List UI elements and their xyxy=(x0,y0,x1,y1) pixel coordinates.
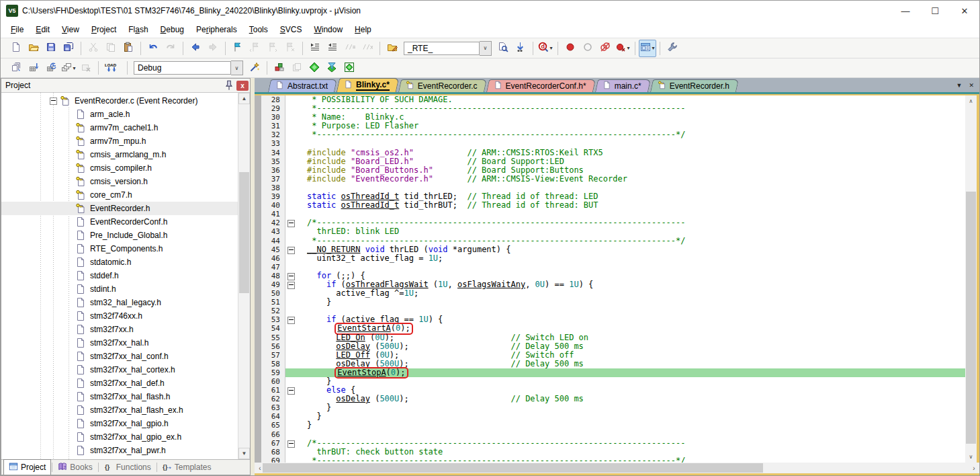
menu-project[interactable]: Project xyxy=(85,22,122,37)
paste-button[interactable] xyxy=(120,40,137,57)
tree-item[interactable]: cmsis_compiler.h xyxy=(1,161,238,175)
rte-combo-value[interactable]: _RTE_ xyxy=(404,42,480,55)
configure-flash-button[interactable] xyxy=(384,40,401,57)
code-text[interactable]: osDelay (500U); // Delay 500 ms xyxy=(296,395,965,403)
menu-view[interactable]: View xyxy=(56,22,85,37)
workspace-tab-templates[interactable]: {}Templates xyxy=(158,460,216,475)
scroll-down-icon[interactable]: ▼ xyxy=(238,448,250,459)
tree-root-item[interactable]: EventRecorder.c (Event Recorder) xyxy=(1,94,238,108)
tree-item[interactable]: stm32f7xx_hal_pwr_ex.h xyxy=(1,457,238,459)
tree-item[interactable]: stm32f7xx_hal.h xyxy=(1,336,238,350)
menu-peripherals[interactable]: Peripherals xyxy=(190,22,243,37)
save-all-button[interactable] xyxy=(60,40,77,57)
code-text[interactable]: static osThreadId_t tid_thrBUT; // Threa… xyxy=(296,201,965,210)
code-text[interactable]: active_flag ^=1U; xyxy=(296,289,965,298)
batch-build-dropdown-icon[interactable]: ▾ xyxy=(73,65,75,71)
indent-button[interactable] xyxy=(306,40,324,57)
tree-item[interactable]: armv7m_cachel1.h xyxy=(1,121,238,134)
rebuild-button[interactable] xyxy=(42,59,60,77)
batch-build-button[interactable]: ▾ xyxy=(60,59,77,77)
load-button[interactable]: LOAD xyxy=(102,59,124,77)
tree-item[interactable]: stm32f7xx.h xyxy=(1,323,238,336)
menu-debug[interactable]: Debug xyxy=(154,22,190,37)
outdent-button[interactable] xyxy=(324,40,341,57)
menu-help[interactable]: Help xyxy=(349,22,377,37)
code-text[interactable]: } xyxy=(296,412,965,421)
fold-collapse-icon[interactable] xyxy=(287,282,295,289)
tree-item[interactable]: cmsis_version.h xyxy=(1,175,238,188)
workspace-tab-project[interactable]: Project xyxy=(3,459,51,475)
tree-item[interactable]: stdatomic.h xyxy=(1,255,238,269)
tree-item[interactable]: arm_acle.h xyxy=(1,108,238,121)
tree-item[interactable]: core_cm7.h xyxy=(1,188,238,202)
breakpoint-empty-button[interactable] xyxy=(579,40,596,57)
build-button[interactable] xyxy=(25,59,42,77)
tree-item[interactable]: stm32f7xx_hal_flash_ex.h xyxy=(1,403,238,417)
tree-item[interactable]: stm32f7xx_hal_flash.h xyxy=(1,390,238,403)
document-tab-abstract.txt[interactable]: Abstract.txt xyxy=(269,79,336,92)
window-layout-button[interactable]: ▾ xyxy=(639,40,656,57)
code-text[interactable]: } xyxy=(296,298,965,307)
scroll-right-icon[interactable]: › xyxy=(969,463,979,473)
code-text[interactable]: uint32_t active_flag = 1U; xyxy=(296,254,965,263)
find-in-files-button[interactable] xyxy=(494,40,512,57)
close-button[interactable]: ✕ xyxy=(950,1,979,21)
code-text[interactable]: } xyxy=(296,403,965,412)
document-tab-main.c[interactable]: main.c* xyxy=(596,79,650,92)
manage-rte-button[interactable] xyxy=(306,59,323,77)
editor-horizontal-scrollbar[interactable]: ‹ › xyxy=(255,463,979,473)
target-combo[interactable]: Debug∨ xyxy=(134,61,243,75)
workspace-tab-functions[interactable]: {}Functions xyxy=(99,460,156,475)
tree-item[interactable]: stm32f7xx_hal_gpio_ex.h xyxy=(1,430,238,444)
fold-collapse-icon[interactable] xyxy=(287,317,295,324)
code-text[interactable]: } xyxy=(296,377,965,386)
tree-item[interactable]: stddef.h xyxy=(1,269,238,282)
scrollbar-thumb[interactable] xyxy=(263,463,763,473)
nav-back-button[interactable] xyxy=(187,40,204,57)
tree-item[interactable]: stm32f7xx_hal_conf.h xyxy=(1,350,238,363)
workspace-tab-books[interactable]: ?Books xyxy=(53,460,97,475)
menu-window[interactable]: Window xyxy=(308,22,349,37)
select-packs-button[interactable] xyxy=(323,59,341,77)
code-text[interactable]: #include "EventRecorder.h" // ARM::CMSIS… xyxy=(296,175,965,184)
menu-edit[interactable]: Edit xyxy=(30,22,56,37)
code-text[interactable]: } xyxy=(296,421,965,430)
tree-item[interactable]: stm32f746xx.h xyxy=(1,309,238,323)
breakpoint-insert-button[interactable] xyxy=(562,40,579,57)
close-document-icon[interactable]: ✕ xyxy=(969,82,974,89)
minimize-button[interactable]: — xyxy=(891,1,920,21)
collapse-icon[interactable] xyxy=(50,97,57,105)
fold-collapse-icon[interactable] xyxy=(287,220,295,227)
window-layout-dropdown-icon[interactable]: ▾ xyxy=(652,45,654,51)
scroll-up-icon[interactable]: ▲ xyxy=(238,93,250,104)
maximize-button[interactable]: ☐ xyxy=(920,1,950,21)
tree-item[interactable]: RTE_Components.h xyxy=(1,242,238,255)
tree-item[interactable]: EventRecorder.h xyxy=(1,202,238,215)
document-tab-blinky.c[interactable]: Blinky.c* xyxy=(338,78,398,92)
code-text[interactable]: EventStopA(0); xyxy=(296,368,965,377)
undo-button[interactable] xyxy=(144,40,162,57)
fold-collapse-icon[interactable] xyxy=(287,247,295,254)
tree-item[interactable]: stm32f7xx_hal_cortex.h xyxy=(1,363,238,376)
document-tab-eventrecorder.h[interactable]: EventRecorder.h xyxy=(652,79,738,92)
tree-item[interactable]: armv7m_mpu.h xyxy=(1,134,238,148)
rte-combo-dropdown-icon[interactable]: ∨ xyxy=(480,41,492,56)
tree-item[interactable]: cmsis_armclang_m.h xyxy=(1,148,238,161)
pack-installer-button[interactable] xyxy=(341,59,358,77)
wand-button[interactable] xyxy=(246,59,263,77)
save-button[interactable] xyxy=(42,40,60,57)
code-text[interactable] xyxy=(296,263,965,272)
menu-file[interactable]: File xyxy=(5,22,30,37)
open-folder-button[interactable] xyxy=(25,40,42,57)
scrollbar-thumb[interactable] xyxy=(966,192,976,444)
pin-icon[interactable] xyxy=(223,81,235,91)
tree-item[interactable]: EventRecorderConf.h xyxy=(1,215,238,229)
scrollbar-thumb[interactable] xyxy=(239,172,249,293)
lookup-dropdown-icon[interactable]: ▾ xyxy=(549,45,552,51)
menu-svcs[interactable]: SVCS xyxy=(274,22,308,37)
scroll-up-icon[interactable]: ∧ xyxy=(965,95,977,107)
fold-collapse-icon[interactable] xyxy=(287,273,295,280)
scroll-down-icon[interactable]: ∨ xyxy=(965,451,977,463)
wrench-button[interactable] xyxy=(664,40,681,57)
lookup-button[interactable]: d▾ xyxy=(537,40,554,57)
